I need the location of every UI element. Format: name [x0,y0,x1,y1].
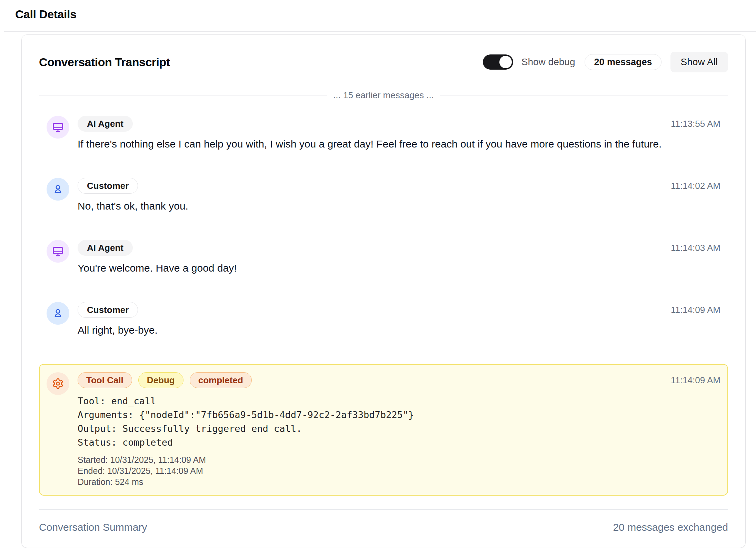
message-body: Customer No, that's ok, thank you. [78,178,663,213]
message-body: AI Agent You're welcome. Have a good day… [78,240,663,275]
message-text: No, that's ok, thank you. [78,199,663,213]
page-header: Call Details [0,0,756,31]
message-text: All right, bye-bye. [78,323,663,337]
call-details-card: Conversation Transcript Show debug 20 me… [21,34,746,548]
messages-exchanged-count: 20 messages exchanged [613,521,728,533]
tool-call-details: Tool: end_call Arguments: {"nodeId":"7fb… [78,394,663,449]
tool-started-at: Started: 10/31/2025, 11:14:09 AM [78,454,663,465]
header-divider [4,31,756,32]
tool-duration: Duration: 524 ms [78,476,663,487]
toggle-knob [499,56,512,68]
transcript-controls: Show debug 20 messages Show All [483,52,728,72]
message-body: AI Agent If there's nothing else I can h… [78,116,663,151]
message-text: You're welcome. Have a good day! [78,261,663,275]
conversation-summary-label: Conversation Summary [39,521,147,533]
transcript-header: Conversation Transcript Show debug 20 me… [39,51,728,73]
message-timestamp: 11:14:09 AM [671,302,720,318]
show-all-button[interactable]: Show All [670,52,728,72]
tool-ended-at: Ended: 10/31/2025, 11:14:09 AM [78,465,663,476]
message-row: Customer No, that's ok, thank you. 11:14… [39,178,728,213]
monitor-icon [52,121,64,133]
message-row: Customer All right, bye-bye. 11:14:09 AM [39,302,728,337]
tool-call-meta: Started: 10/31/2025, 11:14:09 AM Ended: … [78,454,663,487]
tool-call-timestamp: 11:14:09 AM [671,372,720,388]
user-icon [52,307,64,319]
earlier-messages-divider: ... 15 earlier messages ... [39,90,728,101]
status-badge: completed [190,372,252,388]
message-timestamp: 11:14:03 AM [671,240,720,256]
gear-icon [52,378,64,389]
ai-agent-avatar [47,116,69,139]
role-badge-customer: Customer [78,302,138,318]
tool-output-line: Output: Successfully triggered end call. [78,422,663,436]
message-text: If there's nothing else I can help you w… [78,137,663,151]
divider-line [39,95,327,95]
message-timestamp: 11:14:02 AM [671,178,720,194]
user-icon [52,183,64,195]
message-timestamp: 11:13:55 AM [671,116,720,132]
show-debug-toggle[interactable] [483,54,513,70]
role-badge-customer: Customer [78,178,138,194]
debug-badge: Debug [138,372,183,388]
transcript-title: Conversation Transcript [39,55,170,69]
tool-status-line: Status: completed [78,436,663,449]
message-row: AI Agent If there's nothing else I can h… [39,116,728,151]
earlier-messages-text: ... 15 earlier messages ... [327,90,440,101]
ai-agent-avatar [47,240,69,263]
tool-call-badges: Tool Call Debug completed [78,372,663,388]
transcript-footer: Conversation Summary 20 messages exchang… [39,509,728,548]
role-badge-ai-agent: AI Agent [78,240,133,256]
tool-call-body: Tool Call Debug completed Tool: end_call… [78,372,663,487]
tool-call-entry: Tool Call Debug completed Tool: end_call… [39,364,728,496]
message-row: AI Agent You're welcome. Have a good day… [39,240,728,275]
customer-avatar [47,302,69,325]
show-debug-label: Show debug [521,57,575,68]
page-title: Call Details [15,8,741,21]
message-count-badge: 20 messages [585,54,661,70]
tool-call-badge: Tool Call [78,372,132,388]
message-body: Customer All right, bye-bye. [78,302,663,337]
divider-line [440,95,728,95]
tool-avatar [47,372,69,395]
role-badge-ai-agent: AI Agent [78,116,133,132]
tool-name-line: Tool: end_call [78,394,663,408]
tool-arguments-line: Arguments: {"nodeId":"7fb656a9-5d1b-4dd7… [78,408,663,422]
customer-avatar [47,178,69,201]
monitor-icon [52,245,64,257]
